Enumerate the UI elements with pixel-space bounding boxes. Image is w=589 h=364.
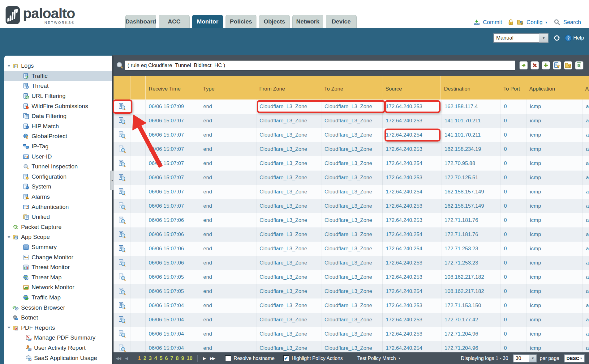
sidebar-item-threat-monitor[interactable]: Threat Monitor xyxy=(4,262,112,273)
next-page-button[interactable]: ▶ xyxy=(203,356,205,361)
log-row-8[interactable]: 06/06 15:07:07endCloudflare_L3_ZoneCloud… xyxy=(114,199,589,213)
log-row-12[interactable]: 06/06 15:07:06endCloudflare_L3_ZoneCloud… xyxy=(114,256,589,270)
sidebar-item-saas-application-usage[interactable]: SaaS Application Usage xyxy=(4,353,112,363)
log-detail-button[interactable] xyxy=(114,341,131,352)
log-detail-button[interactable] xyxy=(114,270,131,284)
column-header-source[interactable]: Source xyxy=(382,76,441,99)
log-row-11[interactable]: 06/06 15:07:06endCloudflare_L3_ZoneCloud… xyxy=(114,242,589,256)
log-detail-button[interactable] xyxy=(114,242,131,256)
column-header-flags[interactable] xyxy=(131,76,146,99)
sidebar-item-packet-capture[interactable]: Packet Capture xyxy=(4,222,112,232)
sidebar-item-unified[interactable]: Unified xyxy=(4,212,112,222)
last-page-button[interactable]: ▶▶ xyxy=(210,356,215,361)
search-link[interactable]: Search xyxy=(563,19,581,26)
column-header-to-port[interactable]: To Port xyxy=(500,76,526,99)
tree-expand-icon[interactable] xyxy=(7,327,12,329)
sidebar-item-traffic[interactable]: Traffic xyxy=(4,71,112,81)
sidebar-item-ip-tag[interactable]: IP-Tag xyxy=(4,142,112,152)
add-filter-button[interactable] xyxy=(542,61,550,70)
sidebar-item-hip-match[interactable]: HIP Match xyxy=(4,121,112,132)
apply-filter-button[interactable] xyxy=(519,61,528,70)
page-3[interactable]: 3 xyxy=(149,355,152,362)
log-detail-button[interactable] xyxy=(114,142,131,156)
sidebar-item-tunnel-inspection[interactable]: Tunnel Inspection xyxy=(4,162,112,172)
sidebar-item-network-monitor[interactable]: Network Monitor xyxy=(4,282,112,293)
refresh-mode-select[interactable]: Manual xyxy=(493,33,539,43)
sidebar-item-session-browser[interactable]: Session Browser xyxy=(4,303,112,313)
refresh-icon[interactable] xyxy=(553,34,561,42)
export-logs-button[interactable] xyxy=(575,61,583,70)
log-detail-button[interactable] xyxy=(114,114,131,128)
log-detail-button[interactable] xyxy=(114,185,131,199)
sort-order-select[interactable]: DESC ▼ xyxy=(564,354,585,362)
page-4[interactable]: 4 xyxy=(154,355,157,362)
column-header-from-zone[interactable]: From Zone xyxy=(256,76,321,99)
tab-dashboard[interactable]: Dashboard xyxy=(125,15,156,28)
log-detail-button[interactable] xyxy=(114,256,131,270)
sidebar-item-user-id[interactable]: User-ID xyxy=(4,151,112,162)
sidebar-item-pdf-reports[interactable]: PDF Reports xyxy=(4,323,112,333)
log-detail-button[interactable] xyxy=(114,327,131,341)
tab-objects[interactable]: Objects xyxy=(259,15,290,28)
log-row-17[interactable]: 06/06 15:07:04endCloudflare_L3_ZoneCloud… xyxy=(114,327,589,341)
sidebar-item-data-filtering[interactable]: Data Filtering xyxy=(4,111,112,121)
log-row-15[interactable]: 06/06 15:07:04endCloudflare_L3_ZoneCloud… xyxy=(114,298,589,313)
log-detail-button[interactable] xyxy=(114,213,131,227)
log-detail-button[interactable] xyxy=(114,171,131,185)
sidebar-item-threat[interactable]: Threat xyxy=(4,81,112,91)
sidebar-item-configuration[interactable]: Configuration xyxy=(4,172,112,182)
column-header-to-zone[interactable]: To Zone xyxy=(321,76,382,99)
sidebar-item-change-monitor[interactable]: Change Monitor xyxy=(4,252,112,262)
sidebar-item-authentication[interactable]: Authentication xyxy=(4,202,112,212)
log-detail-button[interactable] xyxy=(114,99,131,114)
log-detail-button[interactable] xyxy=(114,313,131,327)
log-detail-button[interactable] xyxy=(114,199,131,213)
per-page-select[interactable]: 30 ▼ xyxy=(513,354,537,362)
column-header-detail-icon[interactable] xyxy=(114,76,131,99)
sidebar-item-wildfire-submissions[interactable]: WildFire Submissions xyxy=(4,101,112,111)
lock-icon[interactable] xyxy=(507,19,514,26)
sidebar-item-logs[interactable]: Logs xyxy=(4,61,112,71)
log-row-14[interactable]: 06/06 15:07:05endCloudflare_L3_ZoneCloud… xyxy=(114,284,589,298)
page-2[interactable]: 2 xyxy=(143,355,146,362)
log-row-4[interactable]: 06/06 15:07:07endCloudflare_L3_ZoneCloud… xyxy=(114,142,589,156)
sidebar-item-app-scope[interactable]: App Scope xyxy=(4,232,112,242)
help-link[interactable]: Help xyxy=(573,35,584,41)
page-6[interactable]: 6 xyxy=(165,355,168,362)
sidebar-item-globalprotect[interactable]: GlobalProtect xyxy=(4,131,112,142)
tab-network[interactable]: Network xyxy=(292,15,323,28)
log-row-7[interactable]: 06/06 15:07:07endCloudflare_L3_ZoneCloud… xyxy=(114,185,589,199)
refresh-mode-caret-icon[interactable]: ▼ xyxy=(539,33,548,43)
config-link[interactable]: Config xyxy=(527,19,543,26)
log-row-2[interactable]: 06/06 15:07:07endCloudflare_L3_ZoneCloud… xyxy=(114,114,589,128)
sidebar-item-manage-pdf-summary[interactable]: Manage PDF Summary xyxy=(4,333,112,343)
sidebar-item-system[interactable]: System xyxy=(4,182,112,192)
tab-acc[interactable]: ACC xyxy=(159,15,190,28)
commit-link[interactable]: Commit xyxy=(483,19,502,26)
highlight-policy-checkbox[interactable]: ✔ xyxy=(283,355,289,361)
filter-query-input[interactable] xyxy=(125,60,515,70)
load-filter-button[interactable] xyxy=(564,61,572,70)
sidebar-item-traffic-map[interactable]: Traffic Map xyxy=(4,293,112,303)
sidebar-item-url-filtering[interactable]: URL Filtering xyxy=(4,91,112,101)
log-row-6[interactable]: 06/06 15:07:07endCloudflare_L3_ZoneCloud… xyxy=(114,171,589,185)
prev-page-button[interactable]: ◀ xyxy=(125,356,127,361)
filter-builder-button[interactable] xyxy=(553,61,561,70)
log-detail-button[interactable] xyxy=(114,227,131,242)
log-detail-button[interactable] xyxy=(114,156,131,171)
log-row-1[interactable]: 06/06 15:07:09endCloudflare_L3_ZoneCloud… xyxy=(114,99,589,114)
log-detail-button[interactable] xyxy=(114,284,131,298)
log-detail-button[interactable] xyxy=(114,128,131,142)
page-7[interactable]: 7 xyxy=(170,355,173,362)
page-5[interactable]: 5 xyxy=(160,355,162,362)
page-1[interactable]: 1 xyxy=(138,355,141,362)
log-row-10[interactable]: 06/06 15:07:06endCloudflare_L3_ZoneCloud… xyxy=(114,227,589,242)
test-policy-match-button[interactable]: Test Policy Match ▼ xyxy=(357,356,401,361)
tab-policies[interactable]: Policies xyxy=(226,15,256,28)
tree-expand-icon[interactable] xyxy=(7,236,12,238)
page-10[interactable]: 10 xyxy=(187,355,192,362)
first-page-button[interactable]: ◀◀ xyxy=(116,356,121,361)
tab-monitor[interactable]: Monitor xyxy=(192,15,223,28)
log-row-13[interactable]: 06/06 15:07:05endCloudflare_L3_ZoneCloud… xyxy=(114,270,589,284)
sidebar-item-alarms[interactable]: Alarms xyxy=(4,192,112,202)
